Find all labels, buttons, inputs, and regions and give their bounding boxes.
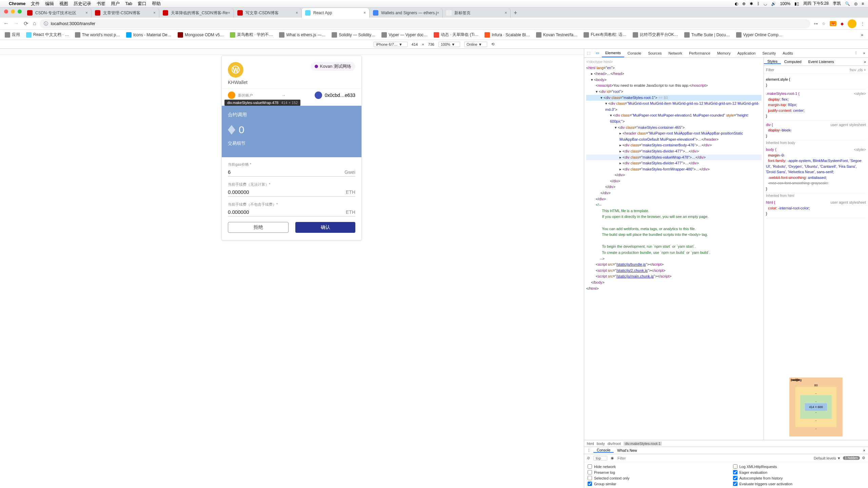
extension-icon[interactable]: ◆	[841, 21, 844, 26]
close-icon[interactable]: ×	[437, 11, 439, 15]
bookmark-item[interactable]: FLex布局教程: 语…	[584, 32, 626, 38]
opt-group-similar[interactable]: Group similar	[588, 482, 719, 486]
styles-tab-computed[interactable]: Computed	[781, 60, 805, 64]
menu-bookmarks[interactable]: 书签	[97, 1, 105, 7]
datetime[interactable]: 周四 下午5:28	[803, 1, 829, 6]
styles-tab-styles[interactable]: Styles	[764, 59, 781, 64]
info-icon[interactable]: ⓘ	[44, 21, 48, 27]
styles-filter-extras[interactable]: :hov .cls +	[849, 68, 866, 72]
hidden-badge[interactable]: 1 hidden	[843, 456, 860, 460]
bookmark-item[interactable]: What is ethers.js —…	[279, 32, 326, 38]
menu-icon[interactable]: ⋮	[861, 21, 865, 26]
bookmark-item[interactable]: 应用	[5, 32, 20, 38]
close-icon[interactable]: ×	[861, 448, 868, 452]
opt-selected-context[interactable]: Selected context only	[588, 476, 719, 480]
browser-tab-active[interactable]: React App×	[302, 8, 370, 18]
reload-icon[interactable]: ⟳	[24, 20, 28, 27]
status-icon[interactable]: ⊕	[742, 1, 746, 6]
bookmark-item[interactable]: Vyper Online Comp…	[736, 32, 783, 38]
browser-tab[interactable]: 新标签页×	[443, 8, 511, 18]
forward-icon[interactable]: →	[14, 20, 19, 27]
key-icon[interactable]: ⊶	[814, 21, 818, 26]
device-height[interactable]: 736	[428, 42, 434, 46]
menu-window[interactable]: 窗口	[138, 1, 146, 7]
maximize-window-icon[interactable]	[18, 9, 22, 14]
tab-console[interactable]: Console	[593, 448, 614, 453]
elements-breadcrumb[interactable]: html body div#root div.makeStyles-root-1	[584, 440, 868, 447]
volume-icon[interactable]: 🔊	[771, 1, 776, 6]
menu-history[interactable]: 历史记录	[74, 1, 91, 7]
opt-preserve-log[interactable]: Preserve log	[588, 470, 719, 474]
device-width[interactable]: 414	[412, 42, 418, 46]
tab-whatsnew[interactable]: What's New	[614, 448, 640, 452]
browser-tab[interactable]: CSDN-专业IT技术社区×	[24, 8, 92, 18]
bookmark-item[interactable]: Vyper — Vyper doc…	[381, 32, 428, 38]
close-icon[interactable]: ×	[505, 11, 507, 15]
gear-icon[interactable]: ⚙	[862, 456, 865, 460]
opt-hide-network[interactable]: Hide network	[588, 464, 719, 469]
bookmark-item[interactable]: Infura · Scalable Bl…	[485, 32, 530, 38]
browser-tab[interactable]: 天草降临的博客_CSDN博客-Re×	[159, 8, 234, 18]
wifi-icon[interactable]: ◡	[764, 1, 767, 6]
menu-user[interactable]: 用户	[111, 1, 120, 7]
bookmark-item[interactable]: Kovan Testnet/fa…	[536, 32, 577, 38]
close-icon[interactable]: ×	[153, 11, 156, 15]
siri-icon[interactable]: ◎	[854, 1, 857, 6]
home-icon[interactable]: ⌂	[33, 20, 36, 27]
box-model[interactable]: margin80 border- padding- 414 × 600- - -	[764, 374, 868, 440]
menu-icon[interactable]: ≡	[862, 1, 864, 6]
styles-filter-input[interactable]	[766, 68, 849, 72]
bookmark-item[interactable]: 比特币交易平台OK…	[633, 32, 678, 38]
tab-console[interactable]: Console	[624, 49, 645, 57]
close-icon[interactable]: ×	[861, 51, 868, 55]
extension-icon[interactable]: 🦊	[830, 21, 836, 26]
close-icon[interactable]: ×	[363, 11, 366, 15]
app-name[interactable]: Chrome	[9, 1, 25, 6]
menu-view[interactable]: 视图	[59, 1, 68, 7]
levels-select[interactable]: Default levels ▼	[814, 456, 841, 460]
bookmarks-overflow-icon[interactable]: »	[861, 33, 863, 37]
tab-performance[interactable]: Performance	[686, 49, 714, 57]
close-window-icon[interactable]	[4, 9, 8, 14]
zoom-select[interactable]: 100% ▼	[438, 42, 460, 47]
tab-memory[interactable]: Memory	[714, 49, 734, 57]
confirm-button[interactable]: 确认	[295, 222, 355, 233]
inspect-icon[interactable]: ⬚	[584, 51, 593, 55]
star-icon[interactable]: ☆	[822, 21, 826, 26]
browser-tab[interactable]: 写文章-CSDN博客×	[234, 8, 302, 18]
close-icon[interactable]: ×	[228, 11, 230, 15]
browser-tab[interactable]: Wallets and Signers — ethers.j×	[370, 8, 443, 18]
bookmark-item[interactable]: Solidity — Solidity…	[332, 32, 375, 38]
device-select[interactable]: iPhone 6/7… ▼	[374, 42, 408, 47]
status-icon[interactable]: ◐	[735, 1, 738, 6]
close-icon[interactable]: ×	[296, 11, 298, 15]
bookmark-item[interactable]: 菜鸟教程 · 学的不…	[230, 32, 273, 38]
styles-tab-listeners[interactable]: Event Listeners	[805, 60, 837, 64]
status-icon[interactable]: ✱	[750, 1, 753, 6]
bookmark-item[interactable]: The world's most p…	[75, 32, 120, 38]
styles-rules[interactable]: element.style {} <style>.makeStyles-root…	[764, 74, 868, 374]
more-icon[interactable]: »	[862, 60, 868, 64]
elements-tree[interactable]: <!doctype html> <html lang="en"> ▸ <head…	[584, 58, 764, 440]
clear-console-icon[interactable]: ⊘	[587, 456, 590, 460]
opt-eval-triggers[interactable]: Evaluate triggers user activation	[733, 482, 865, 486]
tab-application[interactable]: Application	[734, 49, 759, 57]
device-toggle-icon[interactable]: ▭	[593, 51, 602, 55]
tab-elements[interactable]: Elements	[602, 49, 624, 57]
tab-security[interactable]: Security	[759, 49, 779, 57]
more-icon[interactable]: ⋮	[584, 448, 593, 453]
bookmark-item[interactable]: React 中文文档 · …	[26, 32, 69, 38]
bookmark-item[interactable]: Mongoose ODM v5…	[178, 32, 224, 38]
close-icon[interactable]: ×	[85, 11, 88, 15]
search-icon[interactable]: 🔍	[845, 1, 850, 6]
field-input[interactable]: 0.000000	[228, 189, 346, 195]
bookmark-item[interactable]: 动态 · 天草降临 (Ti…	[434, 32, 478, 38]
context-select[interactable]: top	[593, 456, 607, 461]
address-input[interactable]: ⓘ localhost:3000/transfer	[40, 19, 810, 28]
tab-audits[interactable]: Audits	[779, 49, 796, 57]
tab-network[interactable]: Network	[665, 49, 686, 57]
menu-help[interactable]: 帮助	[152, 1, 161, 7]
bluetooth-icon[interactable]: ᛒ	[757, 1, 760, 6]
eye-icon[interactable]: ◉	[611, 456, 614, 460]
menu-file[interactable]: 文件	[31, 1, 40, 7]
